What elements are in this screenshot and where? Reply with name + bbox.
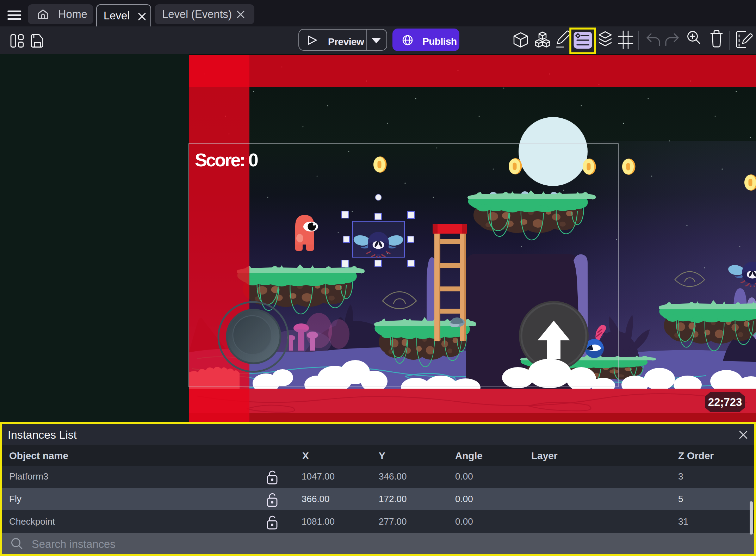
- svg-text:22;723: 22;723: [708, 396, 742, 408]
- svg-text:Score: 0: Score: 0: [195, 150, 258, 170]
